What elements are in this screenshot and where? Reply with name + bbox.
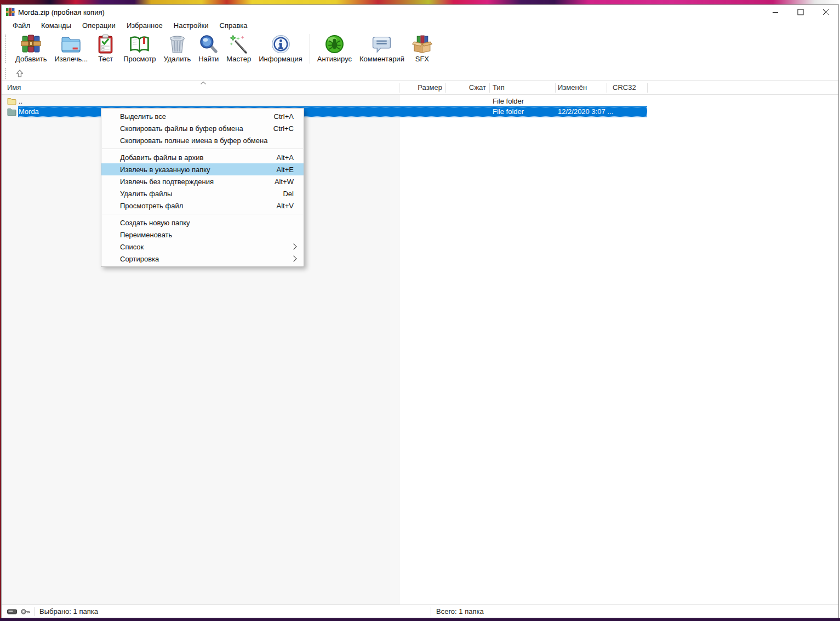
- add-button[interactable]: Добавить: [12, 33, 50, 64]
- status-selected-text: Выбрано: 1 папка: [35, 607, 98, 616]
- file-name: ..: [19, 97, 22, 105]
- ctx-view-file[interactable]: Просмотреть файл Alt+V: [101, 200, 304, 212]
- close-button[interactable]: [813, 5, 838, 19]
- menu-item-label: Извлечь без подтверждения: [120, 178, 275, 186]
- add-archive-icon: [21, 34, 41, 54]
- ctx-sort-submenu[interactable]: Сортировка: [101, 253, 304, 265]
- up-one-level-button[interactable]: [13, 67, 27, 80]
- address-bar-grip[interactable]: [5, 68, 8, 79]
- ctx-rename[interactable]: Переименовать: [101, 229, 304, 241]
- column-divider[interactable]: [607, 83, 607, 93]
- ctx-copy-full-names[interactable]: Скопировать полные имена в буфер обмена: [101, 134, 304, 146]
- menu-commands[interactable]: Команды: [36, 20, 77, 31]
- menu-separator: [102, 214, 303, 214]
- toolbar-separator: [310, 34, 310, 64]
- delete-trash-icon: [167, 34, 187, 54]
- menu-item-label: Выделить все: [120, 112, 274, 121]
- column-packed[interactable]: Сжат: [445, 83, 486, 92]
- extract-button[interactable]: Извлечь...: [50, 33, 92, 64]
- test-button[interactable]: Тест: [92, 33, 119, 64]
- minimize-button[interactable]: [763, 5, 788, 19]
- maximize-button[interactable]: [788, 5, 813, 19]
- menu-options[interactable]: Настройки: [168, 20, 214, 31]
- column-divider[interactable]: [489, 83, 490, 93]
- disk-icon[interactable]: [7, 608, 17, 615]
- menu-item-label: Добавить файлы в архив: [120, 153, 277, 162]
- antivirus-bug-icon: [324, 34, 345, 54]
- ctx-add-to-archive[interactable]: Добавить файлы в архив Alt+A: [101, 151, 304, 163]
- menu-item-label: Извлечь в указанную папку: [120, 166, 277, 174]
- column-crc32[interactable]: CRC32: [613, 83, 636, 92]
- file-modified: 12/2/2020 3:07 ...: [558, 107, 613, 116]
- winrar-window: Morda.zip (пробная копия) Файл Команды О…: [1, 4, 839, 618]
- ctx-select-all[interactable]: Выделить все Ctrl+A: [101, 110, 304, 122]
- status-total-text: Всего: 1 папка: [436, 607, 484, 616]
- toolbar-button-label: Найти: [198, 55, 219, 63]
- toolbar: Добавить Извлечь...: [2, 32, 838, 66]
- info-icon: [271, 34, 291, 54]
- toolbar-button-label: Удалить: [164, 55, 191, 63]
- column-divider[interactable]: [399, 83, 399, 93]
- address-bar: [2, 66, 838, 81]
- ctx-extract-no-confirm[interactable]: Извлечь без подтверждения Alt+W: [101, 175, 304, 187]
- menu-help[interactable]: Справка: [214, 20, 253, 31]
- toolbar-button-label: Информация: [259, 55, 302, 63]
- view-button[interactable]: Просмотр: [119, 33, 159, 64]
- sort-ascending-icon: [200, 81, 207, 85]
- ctx-extract-to-folder[interactable]: Извлечь в указанную папку Alt+E: [101, 163, 304, 175]
- ctx-copy-files[interactable]: Скопировать файлы в буфер обмена Ctrl+C: [101, 122, 304, 134]
- column-modified[interactable]: Изменён: [558, 83, 587, 92]
- toolbar-button-label: Комментарий: [359, 55, 404, 63]
- titlebar[interactable]: Morda.zip (пробная копия): [2, 5, 838, 19]
- menu-item-label: Скопировать файлы в буфер обмена: [120, 124, 273, 133]
- comment-bubble-icon: [372, 34, 392, 54]
- column-size[interactable]: Размер: [401, 83, 442, 92]
- menu-item-label: Переименовать: [120, 231, 297, 239]
- menu-item-shortcut: Alt+V: [277, 202, 297, 210]
- menu-item-label: Создать новую папку: [120, 219, 297, 227]
- toolbar-grip[interactable]: [5, 35, 8, 63]
- toolbar-button-label: Мастер: [226, 55, 251, 63]
- window-title: Morda.zip (пробная копия): [18, 8, 763, 16]
- ctx-list-submenu[interactable]: Список: [101, 241, 304, 253]
- column-name[interactable]: Имя: [7, 83, 21, 92]
- menu-item-shortcut: Alt+E: [277, 166, 297, 174]
- menu-operations[interactable]: Операции: [77, 20, 121, 31]
- column-type[interactable]: Тип: [493, 83, 505, 92]
- column-header-row: Имя Размер Сжат Тип Изменён CRC32: [2, 81, 838, 95]
- column-divider[interactable]: [445, 83, 446, 93]
- list-item-parent-folder[interactable]: .. File folder: [2, 96, 838, 106]
- close-icon: [822, 9, 829, 15]
- test-clipboard-icon: [95, 34, 116, 54]
- menu-file[interactable]: Файл: [7, 20, 36, 31]
- info-button[interactable]: Информация: [255, 33, 306, 64]
- key-icon[interactable]: [20, 608, 30, 615]
- menu-favorites[interactable]: Избранное: [121, 20, 168, 31]
- menu-item-shortcut: Del: [283, 190, 297, 198]
- menu-item-shortcut: Alt+W: [275, 178, 297, 186]
- file-type: File folder: [493, 97, 524, 105]
- toolbar-button-label: Тест: [98, 55, 113, 63]
- folder-up-icon: [7, 97, 17, 105]
- wizard-wand-icon: [228, 34, 249, 54]
- toolbar-button-label: SFX: [415, 55, 429, 63]
- antivirus-button[interactable]: Антивирус: [313, 33, 356, 64]
- toolbar-button-label: Добавить: [15, 55, 47, 63]
- find-magnifier-icon: [198, 34, 219, 54]
- file-name: Morda: [19, 107, 39, 116]
- menu-item-label: Просмотреть файл: [120, 202, 277, 210]
- delete-button[interactable]: Удалить: [160, 33, 195, 64]
- file-type: File folder: [493, 107, 524, 116]
- statusbar-divider: [431, 607, 431, 616]
- comment-button[interactable]: Комментарий: [356, 33, 408, 64]
- wizard-button[interactable]: Мастер: [222, 33, 255, 64]
- sfx-button[interactable]: SFX: [408, 33, 436, 64]
- find-button[interactable]: Найти: [195, 33, 222, 64]
- toolbar-button-label: Просмотр: [123, 55, 156, 63]
- column-divider[interactable]: [555, 83, 556, 93]
- folder-icon: [7, 107, 17, 116]
- ctx-create-folder[interactable]: Создать новую папку: [101, 217, 304, 229]
- ctx-delete-files[interactable]: Удалить файлы Del: [101, 187, 304, 200]
- menu-item-label: Сортировка: [120, 255, 292, 263]
- column-divider[interactable]: [647, 83, 648, 93]
